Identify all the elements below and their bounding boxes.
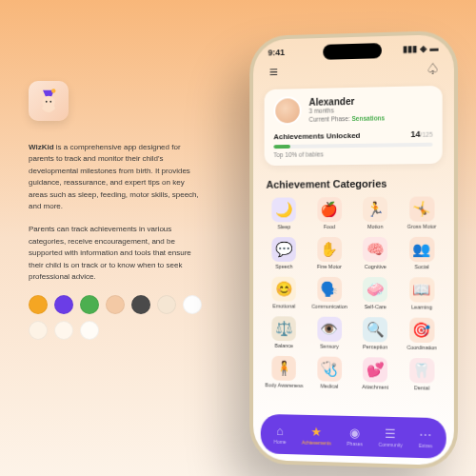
category-balance[interactable]: ⚖️Balance	[263, 314, 306, 350]
tab-icon: ⌂	[276, 424, 284, 438]
category-cognitive[interactable]: 🧠Cognitive	[353, 235, 398, 271]
category-communication[interactable]: 🗣️Communication	[307, 275, 351, 311]
status-time: 9:41	[268, 48, 286, 57]
profile-card[interactable]: Alexander 3 months Current Phase: Sensat…	[265, 86, 443, 166]
tab-achievements[interactable]: ★Achievements	[302, 425, 331, 446]
category-coordination[interactable]: 🎯Coordination	[400, 315, 445, 352]
tab-icon: ★	[310, 425, 322, 439]
category-emotional[interactable]: 😊Emotional	[263, 275, 306, 311]
category-sleep[interactable]: 🌙Sleep	[263, 195, 306, 231]
category-label: Gross Motor	[407, 224, 437, 229]
wifi-icon: ◈	[420, 44, 426, 53]
category-label: Medical	[321, 383, 339, 388]
category-sensory[interactable]: 👁️Sensory	[307, 315, 351, 351]
color-swatch	[54, 295, 73, 314]
color-swatch	[29, 321, 48, 340]
categories-heading: Achievement Categories	[253, 168, 454, 196]
current-phase: Sensations	[352, 114, 386, 122]
category-icon: 🗣️	[317, 277, 342, 302]
categories-grid: 🌙Sleep🍎Food🏃Motion🤸Gross Motor💬Speech✋Fi…	[253, 194, 454, 393]
category-body-awareness[interactable]: 🧍Body Awareness	[263, 354, 306, 390]
category-label: Dental	[414, 385, 429, 390]
color-swatch	[131, 295, 150, 314]
tab-label: Achievements	[302, 440, 331, 446]
category-medical[interactable]: 🩺Medical	[307, 354, 351, 391]
category-social[interactable]: 👥Social	[400, 235, 445, 271]
category-icon: ✋	[317, 237, 342, 262]
category-label: Speech	[275, 264, 292, 269]
percentile-text: Top 10% of babies	[273, 149, 432, 158]
tab-label: Extras	[419, 443, 432, 448]
bell-icon: ♤	[426, 59, 439, 78]
category-icon: 🍎	[317, 197, 342, 222]
color-swatch	[80, 295, 99, 314]
category-dental[interactable]: 🦷Dental	[400, 356, 445, 393]
tab-phases[interactable]: ◉Phases	[347, 426, 363, 446]
color-palette	[29, 295, 209, 340]
category-label: Sensory	[320, 344, 339, 349]
category-icon: 🎯	[409, 318, 434, 344]
app-description-2: Parents can track achievements in variou…	[29, 224, 200, 283]
category-label: Sleep	[277, 224, 290, 229]
achievements-count: 14/125	[410, 129, 432, 139]
category-label: Attachment	[362, 384, 388, 390]
category-icon: ⚖️	[272, 316, 296, 341]
category-perception[interactable]: 🔍Perception	[353, 315, 398, 352]
category-label: Learning	[411, 304, 432, 309]
tab-icon: ⋯	[419, 427, 431, 442]
category-icon: 🧠	[363, 237, 387, 262]
category-attachment[interactable]: 💕Attachment	[353, 355, 398, 392]
category-label: Motion	[367, 224, 384, 229]
menu-button[interactable]: ≡	[267, 65, 282, 80]
tab-extras[interactable]: ⋯Extras	[419, 427, 432, 449]
color-swatch	[157, 295, 176, 314]
category-icon: 🦷	[409, 358, 434, 384]
category-label: Perception	[363, 344, 387, 349]
category-icon: 🧍	[272, 356, 296, 381]
category-learning[interactable]: 📖Learning	[400, 275, 445, 312]
category-food[interactable]: 🍎Food	[307, 195, 351, 231]
category-label: Coordination	[407, 345, 437, 350]
phone-notch	[323, 43, 382, 60]
phone-mockup: 9:41 ▮▮▮ ◈ ▬ ≡ ♤ Alexander 3 months Curr…	[249, 30, 458, 470]
app-icon	[29, 81, 69, 121]
category-gross-motor[interactable]: 🤸Gross Motor	[400, 194, 445, 231]
color-swatch	[80, 321, 99, 340]
category-icon: 🧼	[363, 277, 387, 302]
svg-point-3	[50, 101, 51, 103]
color-swatch	[183, 295, 202, 314]
category-icon: 💕	[363, 357, 387, 383]
category-label: Communication	[311, 304, 347, 309]
color-swatch	[106, 295, 125, 314]
category-label: Cognitive	[365, 264, 387, 269]
color-swatch	[54, 321, 73, 340]
category-label: Body Awareness	[265, 382, 303, 388]
color-swatch	[29, 295, 48, 314]
svg-point-2	[46, 101, 48, 103]
category-icon: 📖	[409, 277, 434, 302]
category-speech[interactable]: 💬Speech	[263, 235, 306, 271]
category-icon: 🌙	[272, 197, 296, 222]
category-self-care[interactable]: 🧼Self-Care	[353, 275, 398, 311]
category-motion[interactable]: 🏃Motion	[353, 195, 398, 231]
category-fine-motor[interactable]: ✋Fine Motor	[307, 235, 351, 271]
tab-community[interactable]: ☰Community	[379, 426, 403, 448]
tab-home[interactable]: ⌂Home	[274, 424, 287, 445]
child-avatar	[273, 96, 301, 125]
category-icon: 👁️	[317, 317, 342, 342]
tab-label: Phases	[347, 441, 363, 446]
battery-icon: ▬	[429, 43, 438, 52]
achievements-progress	[273, 143, 432, 149]
notifications-button[interactable]: ♤	[425, 61, 440, 77]
category-label: Balance	[275, 343, 293, 348]
achievements-title: Achievements Unlocked	[273, 131, 360, 141]
svg-point-0	[51, 89, 56, 93]
category-icon: 💬	[272, 237, 296, 262]
category-label: Self-Care	[365, 304, 387, 309]
tab-icon: ◉	[349, 426, 360, 440]
app-screen: 9:41 ▮▮▮ ◈ ▬ ≡ ♤ Alexander 3 months Curr…	[253, 34, 454, 466]
category-label: Fine Motor	[317, 264, 342, 269]
app-description-1: WizKid is a comprehensive app designed f…	[29, 142, 200, 212]
category-icon: 🏃	[363, 197, 387, 222]
phase-label: Current Phase:	[309, 115, 350, 123]
